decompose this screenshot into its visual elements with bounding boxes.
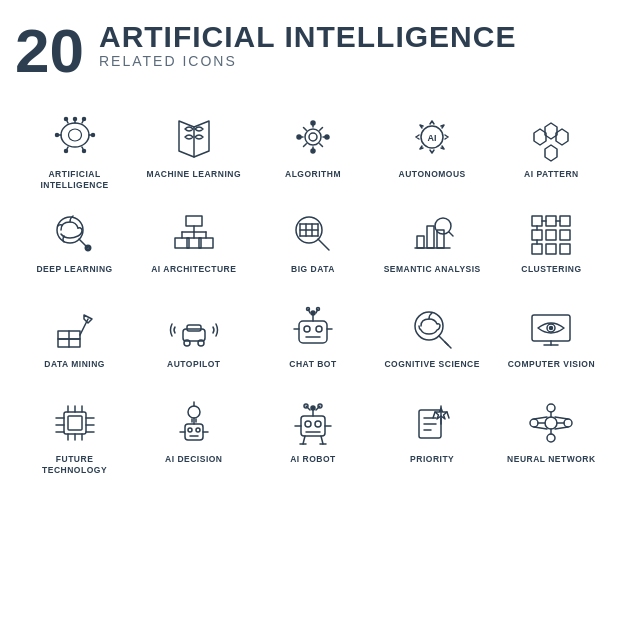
svg-point-10 [82,117,85,120]
autopilot-icon [164,300,224,355]
artificial-intelligence-icon [45,110,105,165]
svg-point-19 [311,149,315,153]
svg-rect-62 [546,244,556,254]
svg-point-21 [325,135,329,139]
svg-rect-31 [186,216,202,226]
icon-label: AUTOPILOT [167,359,220,370]
icon-label: AI ROBOT [290,454,336,465]
svg-rect-57 [560,216,570,226]
icon-label: SEMANTIC ANALYSIS [384,264,481,275]
header-title: ARTIFICIAL INTELLIGENCE [99,20,516,53]
icon-label: COMPUTER VISION [508,359,595,370]
page: 20 ARTIFICIAL INTELLIGENCE RELATED ICONS [0,0,626,626]
svg-marker-25 [556,129,568,145]
svg-point-143 [547,434,555,442]
svg-line-54 [449,232,453,236]
icon-cell-cognitive-science: COGNITIVE SCIENCE [373,292,492,387]
big-data-icon [283,205,343,260]
machine-learning-icon [164,110,224,165]
icon-cell-autopilot: AUTOPILOT [134,292,253,387]
data-mining-icon [45,300,105,355]
svg-rect-51 [427,226,434,248]
future-technology-icon [45,395,105,450]
svg-rect-50 [417,236,424,248]
icon-label: MACHINE LEARNING [147,169,241,180]
svg-point-18 [311,121,315,125]
svg-point-120 [305,421,311,427]
icon-cell-clustering: CLUSTERING [492,197,611,292]
ai-robot-icon [283,395,343,450]
svg-line-41 [318,239,329,250]
icon-cell-deep-learning: DEEP LEARNING [15,197,134,292]
ai-decision-icon [164,395,224,450]
svg-marker-27 [545,145,557,161]
icon-label: AI PATTERN [524,169,579,180]
svg-point-93 [550,326,553,329]
icon-cell-machine-learning: MACHINE LEARNING [134,102,253,197]
svg-rect-73 [187,325,201,331]
svg-rect-61 [532,244,542,254]
svg-point-141 [564,419,572,427]
icon-cell-autonomous: AI AUTONOMOUS [373,102,492,197]
icon-label: DATA MINING [44,359,105,370]
icon-label: CHAT BOT [289,359,336,370]
icon-cell-semantic-analysis: SEMANTIC ANALYSIS [373,197,492,292]
svg-point-81 [311,311,315,315]
svg-line-148 [534,417,547,419]
semantic-analysis-icon [402,205,462,260]
svg-line-137 [447,412,449,418]
cognitive-science-icon [402,300,462,355]
icon-label: PRIORITY [410,454,454,465]
svg-point-110 [196,428,200,432]
svg-marker-24 [545,123,557,139]
svg-point-139 [545,417,557,429]
icon-label: AI ARCHITECTURE [151,264,236,275]
svg-point-0 [61,123,89,147]
svg-line-150 [555,417,568,419]
icon-label: CLUSTERING [521,264,581,275]
svg-text:AI: AI [428,133,437,143]
icon-label: ARTIFICIALINTELLIGENCE [40,169,108,191]
svg-line-138 [433,412,435,418]
svg-point-20 [297,135,301,139]
icon-label: AI DECISION [165,454,222,465]
svg-rect-58 [532,230,542,240]
icon-label: AUTONOMOUS [399,169,466,180]
svg-point-11 [55,133,58,136]
svg-rect-59 [546,230,556,240]
svg-rect-76 [299,321,327,343]
header: 20 ARTIFICIAL INTELLIGENCE RELATED ICONS [15,20,611,82]
icon-cell-ai-architecture: AI ARCHITECTURE [134,197,253,292]
priority-icon [402,395,462,450]
svg-rect-95 [68,416,82,430]
icon-grid: ARTIFICIALINTELLIGENCE MACHINE LEARNING [15,102,611,482]
autonomous-icon: AI [402,110,462,165]
icon-cell-ai-pattern: AI PATTERN [492,102,611,197]
svg-point-78 [316,326,322,332]
icon-cell-chat-bot: CHAT BOT [253,292,372,387]
svg-point-16 [305,129,321,145]
icon-label: NEURAL NETWORK [507,454,596,465]
svg-rect-119 [301,416,325,436]
svg-point-124 [311,406,315,410]
icon-cell-data-mining: DATA MINING [15,292,134,387]
neural-network-icon [521,395,581,450]
computer-vision-icon [521,300,581,355]
svg-point-142 [547,404,555,412]
svg-point-12 [91,133,94,136]
deep-learning-icon [45,205,105,260]
svg-rect-55 [532,216,542,226]
svg-point-77 [304,326,310,332]
svg-point-112 [188,406,200,418]
svg-point-140 [530,419,538,427]
header-text: ARTIFICIAL INTELLIGENCE RELATED ICONS [99,20,516,69]
ai-pattern-icon [521,110,581,165]
icon-cell-ai-robot: AI ROBOT [253,387,372,482]
icon-label: BIG DATA [291,264,335,275]
icon-cell-big-data: BIG DATA [253,197,372,292]
svg-line-151 [555,427,568,429]
svg-point-9 [73,117,76,120]
svg-marker-26 [534,129,546,145]
svg-line-149 [534,427,547,429]
svg-point-14 [82,149,85,152]
